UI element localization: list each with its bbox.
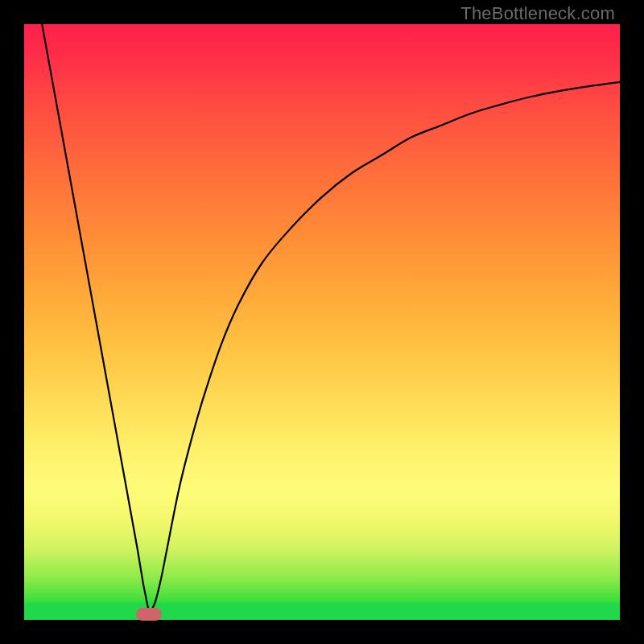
watermark-text: TheBottleneck.com [460,3,615,24]
curve-left-branch [42,24,149,614]
plot-area [24,24,620,620]
bottleneck-curve [24,24,620,620]
chart-frame: TheBottleneck.com [0,0,644,644]
curve-right-branch [149,82,620,614]
optimal-marker [136,608,162,621]
